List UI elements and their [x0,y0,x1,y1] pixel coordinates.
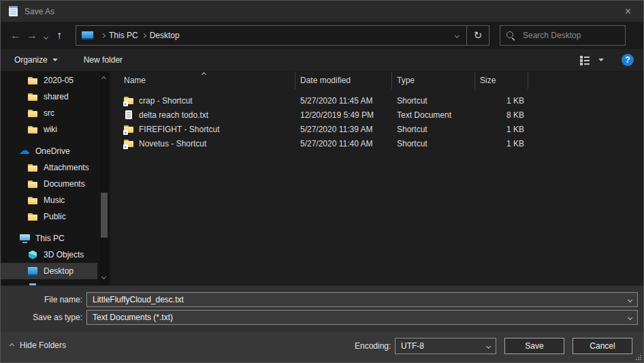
file-name-text: FIREFIGHT - Shortcut [139,125,219,134]
sidebar-scrollbar[interactable] [100,72,108,285]
save-button[interactable]: Save [504,338,564,354]
sidebar-item-label: This PC [35,234,65,243]
change-view-icon[interactable] [580,55,590,65]
breadcrumb-desktop[interactable]: Desktop [150,31,180,40]
shortcut-overlay-icon: ▲ [123,101,128,106]
chevron-up-icon [10,343,14,347]
search-input[interactable] [521,30,630,41]
sidebar-item-label: Attachments [44,163,89,172]
new-folder-button[interactable]: New folder [84,55,123,65]
shortcut-overlay-icon: ▲ [123,130,128,135]
views-dropdown-icon[interactable] [598,59,604,61]
sidebar-item-label: Documents [44,179,85,189]
forward-icon[interactable]: → [24,29,40,42]
column-header-size[interactable]: Size [475,72,528,89]
folder-icon [28,125,38,134]
sidebar-item[interactable]: Documents [1,176,97,192]
sidebar-item[interactable]: Desktop [1,263,97,279]
resize-grip[interactable] [634,353,642,361]
this-pc-icon [82,31,93,40]
size-cell: 1 KB [475,125,528,134]
sidebar-item[interactable]: Attachments [1,159,97,176]
date-modified-cell: 5/27/2020 11:39 AM [295,125,392,134]
search-box[interactable] [500,25,626,46]
sidebar-item[interactable]: OneDrive [1,143,97,159]
address-dropdown-button[interactable] [447,26,466,45]
sidebar-item[interactable]: 3D Objects [1,247,97,263]
shortcut-overlay-icon: ▲ [123,144,128,149]
chevron-down-icon [454,33,459,37]
footer-bar: Hide Folders Encoding: UTF-8 Save Cancel [1,332,643,362]
scroll-up-icon[interactable] [101,76,106,81]
sidebar-item[interactable]: Public [1,208,97,225]
main-area: 2020-05 shared src wiki [1,72,643,285]
folder-icon [28,163,38,172]
save-as-dialog: Save As × ← → ↑ This PC Desktop ↻ Organi… [0,0,644,363]
up-icon[interactable]: ↑ [51,29,67,42]
toolbar-right-group: ? [580,54,634,66]
folder-shortcut-icon: ▲ [124,125,134,133]
refresh-button[interactable]: ↻ [466,26,489,45]
save-form: File name: LittleFluffyCloud_desc.txt Sa… [1,285,643,332]
chevron-down-icon [43,35,48,40]
save-as-type-value: Text Documents (*.txt) [93,313,173,322]
sidebar-item-label: shared [44,92,69,101]
help-icon[interactable]: ? [622,54,634,66]
date-modified-cell: 12/20/2019 5:49 PM [295,110,392,120]
file-name-value: LittleFluffyCloud_desc.txt [93,295,184,304]
sidebar-item[interactable]: This PC [1,230,97,247]
sidebar-item[interactable] [1,279,97,285]
sidebar-item[interactable]: Music [1,192,97,208]
folder-icon [28,212,38,221]
sidebar-item[interactable]: 2020-05 [1,72,97,89]
file-name-combobox[interactable]: LittleFluffyCloud_desc.txt [86,292,638,307]
organize-button[interactable]: Organize [14,55,58,65]
folder-icon [28,93,38,101]
sidebar-item-label: wiki [44,125,57,134]
recent-locations-dropdown[interactable] [40,30,51,41]
file-row[interactable]: ▲Novetus - Shortcut 5/27/2020 11:40 AM S… [110,136,643,151]
navigation-bar: ← → ↑ This PC Desktop ↻ [1,22,643,49]
file-name-cell: ▲FIREFIGHT - Shortcut [110,125,295,134]
sidebar-item[interactable]: shared [1,89,97,105]
close-button[interactable]: × [613,1,643,22]
scroll-down-icon[interactable] [101,274,106,279]
chevron-down-icon [52,59,58,61]
address-bar[interactable]: This PC Desktop ↻ [76,25,489,46]
cancel-button[interactable]: Cancel [573,338,632,354]
chevron-down-icon [628,315,632,319]
back-icon[interactable]: ← [7,29,24,42]
sidebar-item-label: OneDrive [35,146,70,156]
desktop-icon [28,267,38,276]
save-as-type-label: Save as type: [1,313,82,322]
file-row[interactable]: ▲crap - Shortcut 5/27/2020 11:45 AM Shor… [110,93,643,108]
file-list-header: Name Date modified Type Size [110,72,643,89]
save-as-type-combobox[interactable]: Text Documents (*.txt) [86,310,638,325]
folder-icon [28,109,38,118]
command-toolbar: Organize New folder ? [1,49,643,72]
cube-icon [28,251,38,259]
encoding-value: UTF-8 [401,341,424,351]
window-title: Save As [25,7,54,16]
file-rows: ▲crap - Shortcut 5/27/2020 11:45 AM Shor… [110,93,643,151]
date-modified-cell: 5/27/2020 11:45 AM [295,96,392,106]
folder-icon [28,196,38,205]
encoding-dropdown[interactable]: UTF-8 [395,338,496,354]
hide-folders-button[interactable]: Hide Folders [10,341,66,350]
scrollbar-thumb[interactable] [101,193,108,238]
date-modified-cell: 5/27/2020 11:40 AM [295,139,392,148]
file-name-cell: ▲crap - Shortcut [110,96,295,106]
chevron-right-icon [142,33,146,37]
sidebar-item[interactable]: src [1,105,97,121]
pc-icon [20,234,30,243]
column-header-date-modified[interactable]: Date modified [295,72,392,89]
column-header-type[interactable]: Type [392,72,475,89]
type-cell: Shortcut [392,139,475,148]
file-name-text: delta reach todo.txt [139,110,208,120]
breadcrumb-this-pc[interactable]: This PC [109,31,138,40]
onedrive-icon [20,147,30,156]
file-row[interactable]: ▲delta reach todo.txt 12/20/2019 5:49 PM… [110,108,643,122]
file-row[interactable]: ▲FIREFIGHT - Shortcut 5/27/2020 11:39 AM… [110,122,643,136]
sidebar-item[interactable]: wiki [1,121,97,138]
chevron-down-icon [628,297,632,302]
